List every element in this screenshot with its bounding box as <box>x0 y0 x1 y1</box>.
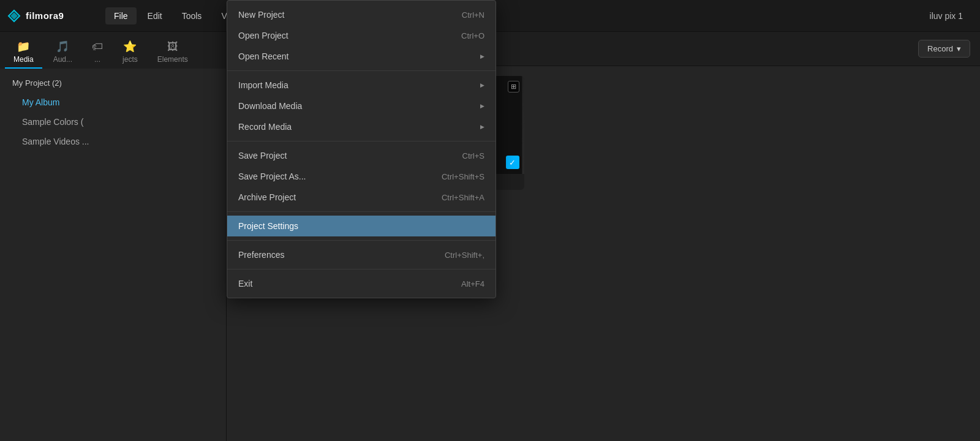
menu-record-media[interactable]: Record Media <box>227 116 496 137</box>
divider-3 <box>227 211 496 212</box>
new-project-shortcut: Ctrl+N <box>462 10 484 20</box>
import-media-label: Import Media <box>238 80 288 90</box>
save-project-label: Save Project <box>238 151 287 160</box>
archive-project-shortcut: Ctrl+Shift+A <box>442 193 484 202</box>
archive-project-label: Archive Project <box>238 192 296 202</box>
menu-open-project[interactable]: Open Project Ctrl+O <box>227 25 496 46</box>
open-recent-label: Open Recent <box>238 51 289 61</box>
menu-open-recent[interactable]: Open Recent <box>227 46 496 67</box>
preferences-label: Preferences <box>238 250 284 260</box>
menu-new-project[interactable]: New Project Ctrl+N <box>227 4 496 25</box>
open-project-shortcut: Ctrl+O <box>461 31 484 40</box>
download-media-label: Download Media <box>238 101 302 111</box>
save-project-shortcut: Ctrl+S <box>462 151 484 160</box>
file-dropdown-menu: New Project Ctrl+N Open Project Ctrl+O O… <box>227 0 496 298</box>
menu-download-media[interactable]: Download Media <box>227 96 496 116</box>
open-project-label: Open Project <box>238 31 288 40</box>
menu-archive-project[interactable]: Archive Project Ctrl+Shift+A <box>227 187 496 208</box>
project-settings-label: Project Settings <box>238 221 298 231</box>
menu-import-media[interactable]: Import Media <box>227 75 496 96</box>
dropdown-overlay: New Project Ctrl+N Open Project Ctrl+O O… <box>0 0 980 441</box>
menu-project-settings[interactable]: Project Settings <box>227 216 496 236</box>
menu-exit[interactable]: Exit Alt+F4 <box>227 273 496 294</box>
divider-5 <box>227 269 496 270</box>
record-media-label: Record Media <box>238 122 292 132</box>
save-project-as-shortcut: Ctrl+Shift+S <box>442 172 484 181</box>
preferences-shortcut: Ctrl+Shift+, <box>445 251 484 260</box>
exit-label: Exit <box>238 279 252 288</box>
menu-preferences[interactable]: Preferences Ctrl+Shift+, <box>227 244 496 265</box>
divider-2 <box>227 141 496 141</box>
exit-shortcut: Alt+F4 <box>461 279 484 288</box>
divider-1 <box>227 70 496 71</box>
save-project-as-label: Save Project As... <box>238 172 306 181</box>
menu-save-project[interactable]: Save Project Ctrl+S <box>227 145 496 166</box>
new-project-label: New Project <box>238 10 284 20</box>
divider-4 <box>227 240 496 241</box>
menu-save-project-as[interactable]: Save Project As... Ctrl+Shift+S <box>227 166 496 187</box>
